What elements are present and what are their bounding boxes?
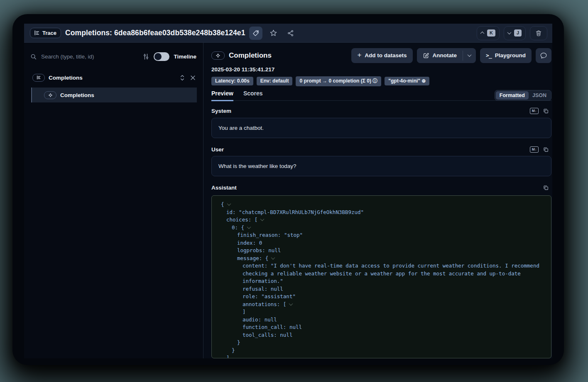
system-message-text: You are a chatbot. — [218, 125, 264, 131]
tag-button[interactable] — [249, 27, 262, 40]
favorite-button[interactable] — [267, 27, 280, 40]
timestamp: 2025-03-20 11:35:41.217 — [211, 66, 551, 73]
annotate-button[interactable]: Annotate — [417, 48, 463, 63]
collapse-chevron-icon[interactable] — [271, 255, 275, 260]
copy-icon[interactable] — [543, 146, 549, 153]
collapse-chevron-icon[interactable] — [260, 217, 265, 221]
user-message-text: What is the weather like today? — [218, 163, 296, 169]
json-line-text: index: 0 — [237, 240, 262, 246]
trash-icon — [535, 29, 542, 37]
model-badge[interactable]: "gpt-4o-mini" ⊕ — [385, 77, 429, 85]
json-line-text: role: "assistant" — [243, 293, 296, 299]
json-line-text: ] — [226, 355, 230, 358]
json-line-text: annotations: [ — [243, 301, 286, 307]
main-header: Completions + Add to datasets — [211, 48, 551, 63]
comments-button[interactable] — [536, 48, 551, 63]
observation-title: Completions — [229, 51, 272, 60]
json-line-text: content: "I don't have real-time data ac… — [243, 263, 542, 284]
prev-trace-button[interactable]: K — [477, 26, 500, 40]
filter-sliders-icon[interactable] — [142, 53, 149, 60]
main-panel: Completions + Add to datasets — [203, 43, 552, 358]
generation-sparkle-icon — [211, 51, 225, 60]
comment-bubble-icon — [540, 52, 547, 59]
collapse-chevron-icon[interactable] — [227, 202, 231, 206]
tab-scores[interactable]: Scores — [243, 90, 263, 101]
json-line: tool_calls: null — [215, 331, 548, 339]
tree-root-row[interactable]: Completions — [30, 72, 196, 83]
assistant-section-head: Assistant — [211, 184, 551, 191]
terminal-icon: >_ — [486, 52, 492, 58]
copy-icon[interactable] — [543, 185, 549, 191]
json-line-text: choices: [ — [226, 217, 257, 223]
json-line-text: audio: null — [243, 316, 277, 323]
delete-trace-button[interactable] — [530, 26, 547, 40]
json-line: annotations: [ — [215, 301, 548, 309]
json-line: function_call: null — [215, 324, 548, 331]
json-line: { — [215, 201, 548, 209]
markdown-toggle-icon[interactable]: M↓ — [530, 108, 539, 114]
format-option-formatted[interactable]: Formatted — [496, 91, 529, 100]
annotate-dropdown-button[interactable] — [463, 48, 476, 63]
timeline-toggle[interactable] — [154, 52, 169, 61]
search-icon — [30, 53, 37, 60]
json-line-text: tool_calls: null — [243, 332, 292, 338]
collapse-all-icon[interactable] — [190, 75, 196, 80]
topbar: Trace Completions: 6dea86b6feae03db538e2… — [24, 24, 552, 43]
json-line: refusal: null — [215, 285, 548, 293]
tab-preview[interactable]: Preview — [211, 90, 233, 101]
json-line-text: finish_reason: "stop" — [237, 232, 303, 238]
next-trace-button[interactable]: J — [504, 26, 526, 40]
json-line-text: } — [232, 347, 235, 353]
topbar-right: K J — [477, 26, 547, 40]
tag-icon — [252, 29, 260, 37]
json-line-text: } — [237, 339, 240, 346]
trace-tree-icon — [32, 74, 45, 82]
markdown-toggle-icon[interactable]: M↓ — [530, 146, 539, 153]
json-line-text: message: { — [237, 255, 268, 261]
page-title: Completions: 6dea86b6feae03db538e248b38e… — [65, 29, 245, 37]
collapse-chevron-icon[interactable] — [289, 302, 293, 306]
user-section-head: User M↓ — [211, 146, 551, 153]
json-line-text: { — [221, 201, 224, 207]
chevron-down-icon — [468, 53, 472, 57]
json-line-text: ] — [243, 309, 246, 315]
playground-button[interactable]: >_ Playground — [480, 48, 532, 63]
app-window: Trace Completions: 6dea86b6feae03db538e2… — [12, 14, 564, 365]
assistant-json-viewer: {id: "chatcmpl-BD7XRulRhULb7NjGfeOkhN3BB… — [211, 195, 551, 358]
token-usage-badge[interactable]: 0 prompt → 0 completion (Σ 0) ⓘ — [296, 76, 381, 86]
collapse-chevron-icon[interactable] — [247, 225, 251, 229]
plus-icon: + — [357, 51, 361, 59]
json-line: audio: null — [215, 316, 548, 324]
json-line-text: id: "chatcmpl-BD7XRulRhULb7NjGfeOkhN3BB9… — [226, 209, 364, 215]
json-line: content: "I don't have real-time data ac… — [215, 262, 548, 285]
user-message-box: What is the weather like today? — [211, 156, 551, 176]
env-badge: Env: default — [257, 77, 293, 85]
latency-badge: Latency: 0.00s — [211, 77, 253, 85]
system-message-box: You are a chatbot. — [211, 118, 551, 138]
format-option-json[interactable]: JSON — [529, 91, 550, 100]
tab-row: Preview Scores Formatted JSON — [211, 90, 551, 101]
json-line-text: refusal: null — [243, 286, 283, 292]
share-icon — [287, 29, 294, 37]
unfold-vertical-icon[interactable] — [179, 75, 185, 81]
format-toggle: Formatted JSON — [495, 90, 551, 101]
user-label: User — [211, 146, 224, 153]
copy-icon[interactable] — [543, 108, 549, 114]
chevron-up-icon — [480, 32, 484, 36]
trace-badge: Trace — [30, 28, 61, 38]
json-line: ] — [215, 308, 548, 316]
json-line: } — [215, 339, 548, 347]
share-button[interactable] — [284, 27, 297, 40]
trace-tree-icon — [34, 30, 40, 36]
search-input[interactable] — [41, 54, 138, 60]
sidebar-item-completions[interactable]: Completions — [31, 88, 197, 102]
json-line: finish_reason: "stop" — [215, 231, 548, 239]
header-actions: + Add to datasets — [351, 48, 551, 63]
json-line: ] — [215, 354, 548, 358]
add-to-datasets-button[interactable]: + Add to datasets — [351, 48, 412, 63]
tree-controls — [179, 75, 196, 81]
trace-badge-label: Trace — [42, 30, 56, 36]
badges-row: Latency: 0.00s Env: default 0 prompt → 0… — [211, 77, 551, 86]
content: Timeline Completions — [24, 43, 552, 358]
keycap-k: K — [487, 29, 495, 36]
